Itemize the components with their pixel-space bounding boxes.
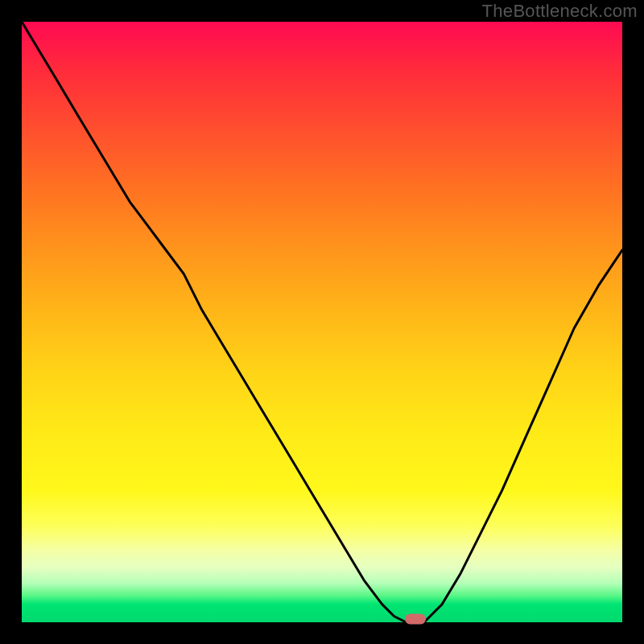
chart-frame: TheBottleneck.com xyxy=(0,0,644,644)
bottleneck-curve xyxy=(22,22,622,622)
plot-area xyxy=(22,22,622,622)
optimal-marker xyxy=(405,614,426,625)
watermark-text: TheBottleneck.com xyxy=(482,1,638,22)
